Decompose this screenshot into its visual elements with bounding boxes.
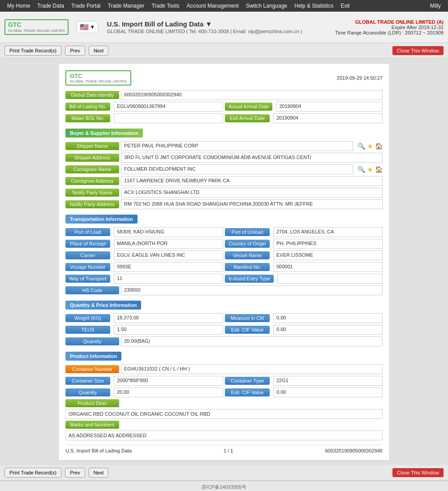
- mater-bol-value: [114, 113, 223, 123]
- voyage-col: Voyage Number 0993E: [65, 262, 223, 272]
- marks-numbers-label-row: Marks and Numbers: [65, 421, 383, 429]
- measure-cm-value: 0.00: [273, 313, 383, 323]
- record-footer: U.S. Import Bill of Lading Data 1 / 1 60…: [65, 445, 383, 453]
- consignee-address-value: 1167 LAWRENCE DRIVE NEWBURY PARK CA: [121, 176, 383, 186]
- record-header: GTC GLOBAL TRADE ONLINE LIMITED 2019-09-…: [65, 70, 383, 86]
- place-receipt-col: Place of Receipt MANILA (NORTH POR: [65, 239, 223, 249]
- record-footer-center: 1 / 1: [224, 448, 233, 453]
- shipper-address-value: 3RD FL UNIT D JMT CORPORATE CONDOMINIUM …: [121, 153, 383, 163]
- consignee-name-value: FOLLMER DEVELOPMENT INC: [121, 164, 353, 174]
- nav-my-home[interactable]: My Home: [4, 0, 34, 12]
- notify-party-name-value: ACX LOGISTICS SHANGHAI LTD: [121, 188, 383, 198]
- home-icon[interactable]: 🏠: [375, 142, 383, 150]
- record-footer-left: U.S. Import Bill of Lading Data: [65, 448, 132, 453]
- carrier-vessel-row: Carrier EGLV, EAGLE VAN LINES INC Vessel…: [65, 250, 383, 260]
- global-data-identity-row: Global Data Identity 6003201909050003029…: [65, 90, 383, 100]
- notify-party-address-label: Notify Party Address: [65, 200, 119, 208]
- company-name: GLOBAL TRADE ONLINE LIMITED (A): [335, 19, 444, 25]
- prev-button-bottom[interactable]: Prev: [65, 468, 85, 478]
- record-logo-box: GTC GLOBAL TRADE ONLINE LIMITED: [65, 70, 131, 86]
- next-button-top[interactable]: Next: [89, 46, 109, 56]
- manifest-col: Manifest No. 000001: [225, 262, 383, 272]
- in-bond-entry-label: In-bond Entry Type: [225, 275, 274, 283]
- measure-col: Measure in CM 0.00: [225, 313, 383, 323]
- in-bond-entry-value: [277, 274, 383, 284]
- search-icon[interactable]: 🔍: [358, 142, 365, 150]
- container-type-value: 22G1: [273, 376, 383, 386]
- qty-section-header: Quantity & Price Information: [65, 301, 141, 310]
- star-icon[interactable]: ★: [367, 142, 373, 151]
- next-button-bottom[interactable]: Next: [89, 468, 109, 478]
- way-of-transport-value: 11: [114, 274, 223, 284]
- prev-button-top[interactable]: Prev: [65, 46, 85, 56]
- port-row: Port of Load 58309, KAO HSIUNG Port of U…: [65, 227, 383, 237]
- voyage-manifest-row: Voyage Number 0993E Manifest No. 000001: [65, 262, 383, 272]
- logo-text: GTC: [8, 22, 65, 28]
- header-sub: GLOBAL TRADE ONLINE LIMITED ( Tel: 400-7…: [107, 29, 335, 34]
- consignee-search-icon[interactable]: 🔍: [358, 166, 365, 173]
- consignee-name-row: Consignee Name FOLLMER DEVELOPMENT INC 🔍…: [65, 164, 383, 174]
- hs-code-label: HS Code: [65, 286, 119, 294]
- nav-trade-portal[interactable]: Trade Portal: [68, 0, 104, 12]
- nav-exit[interactable]: Exit: [337, 0, 353, 12]
- close-button-bottom[interactable]: Close This Window: [392, 468, 444, 477]
- buyer-supplier-section-header: Buyer & Supplier Information: [65, 129, 143, 138]
- hs-code-row: HS Code 230650: [65, 285, 383, 295]
- nav-trade-data[interactable]: Trade Data: [34, 0, 68, 12]
- quantity-label: Quantity: [65, 337, 119, 345]
- container-size-value: 2000*808*800: [114, 376, 223, 386]
- esti-cif-col: Esti. CIF Value 0.00: [225, 325, 383, 335]
- print-button-bottom[interactable]: Print Trade Record(s): [4, 468, 61, 478]
- print-button-top[interactable]: Print Trade Record(s): [4, 46, 61, 56]
- weight-measure-row: Weight (KG) 18,373.00 Measure in CM 0.00: [65, 313, 383, 323]
- quantity-value: 20.00(BAG): [121, 336, 383, 346]
- transport-section-header: Transportation Information: [65, 215, 138, 224]
- product-desc-value: ORGANIC RBD COCONUT OIL ORGANIC COCONUT …: [65, 409, 383, 419]
- way-of-transport-label: Way of Transport: [65, 275, 110, 283]
- header-right: GLOBAL TRADE ONLINE LIMITED (A) Expire A…: [335, 19, 444, 35]
- logo-box: GTC GLOBAL TRADE ONLINE LIMITED: [4, 19, 69, 34]
- container-size-type-row: Container Size 2000*808*800 Container Ty…: [65, 376, 383, 386]
- nav-switch-language[interactable]: Switch Language: [242, 0, 291, 12]
- consignee-name-icons: 🔍 ★ 🏠: [356, 165, 383, 174]
- esti-cif-label: Esti. CIF Value: [225, 326, 270, 334]
- notify-party-address-row: Notify Party Address RM 702 NO 2088 HUA …: [65, 199, 383, 209]
- port-of-unload-label: Port of Unload: [225, 228, 270, 236]
- country-of-origin-label: Country of Origin: [225, 240, 270, 248]
- nav-account-management[interactable]: Account Management: [183, 0, 242, 12]
- header-title-area: U.S. Import Bill of Lading Data ▼ GLOBAL…: [107, 20, 335, 34]
- qty2-cif2-row: Quantity 20.00 Esti. CIF Value 0.00: [65, 388, 383, 397]
- container-type-col: Container Type 22G1: [225, 376, 383, 386]
- flag-button[interactable]: 🇺🇸 ▼: [77, 21, 98, 33]
- nav-trade-tools[interactable]: Trade Tools: [148, 0, 183, 12]
- consignee-name-label: Consignee Name: [65, 165, 119, 173]
- nav-trade-manager[interactable]: Trade Manager: [104, 0, 148, 12]
- carrier-col: Carrier EGLV, EAGLE VAN LINES INC: [65, 250, 223, 260]
- close-button-top[interactable]: Close This Window: [392, 46, 444, 55]
- global-data-identity-label: Global Data Identity: [65, 91, 119, 99]
- header-title: U.S. Import Bill of Lading Data ▼: [107, 20, 335, 28]
- vessel-col: Vessel Name EVER LISSOME: [225, 250, 383, 260]
- consignee-address-label: Consignee Address: [65, 177, 119, 185]
- expire-info: Expire After 2019-12-31: [335, 25, 444, 30]
- transport-bond-row: Way of Transport 11 In-bond Entry Type: [65, 274, 383, 284]
- shipper-address-label: Shipper Address: [65, 154, 119, 162]
- esti-cif-value: 0.00: [273, 325, 383, 335]
- actual-arrival-value: 20190904: [276, 102, 383, 112]
- nav-user[interactable]: Milly: [426, 0, 444, 12]
- consignee-star-icon[interactable]: ★: [367, 165, 373, 174]
- consignee-address-row: Consignee Address 1167 LAWRENCE DRIVE NE…: [65, 176, 383, 186]
- bottom-footer: 苏ICP备14033305号 Company Website | Global …: [0, 481, 448, 491]
- notify-party-name-label: Notify Party Name: [65, 189, 119, 197]
- container-number-value: EGHU3611032 ( CN / L / HH ): [121, 364, 383, 374]
- country-origin-col: Country of Origin PH, PHILIPPINES: [225, 239, 383, 249]
- in-bond-col: In-bond Entry Type: [225, 274, 383, 284]
- nav-help-statistics[interactable]: Help & Statistics: [291, 0, 337, 12]
- mater-bol-label: Mater BOL No.: [65, 114, 110, 122]
- notify-party-address-value: RM 702 NO 2088 HUA SHA ROAD SHANGHAI PRC…: [121, 199, 383, 209]
- mater-bol-col: Mater BOL No.: [65, 113, 223, 123]
- quantity-row: Quantity 20.00(BAG): [65, 336, 383, 346]
- esti-cif2-col: Esti. CIF Value 0.00: [225, 388, 383, 397]
- esti-cif2-value: 0.00: [273, 388, 383, 397]
- consignee-home-icon[interactable]: 🏠: [375, 166, 383, 173]
